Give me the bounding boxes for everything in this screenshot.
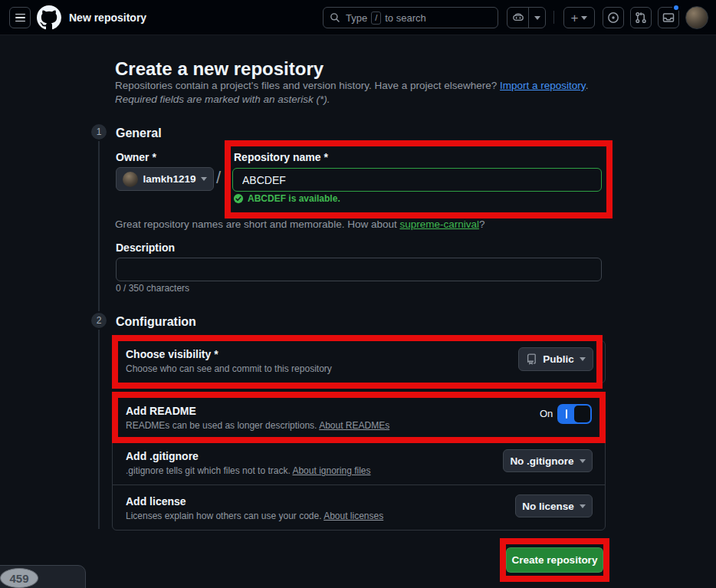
character-counter: 0 / 350 characters bbox=[116, 283, 189, 294]
gitignore-value: No .gitignore bbox=[510, 455, 573, 467]
toggle-knob bbox=[574, 406, 590, 422]
about-licenses-link[interactable]: About licenses bbox=[324, 511, 383, 521]
step-connector-line bbox=[98, 141, 100, 311]
chevron-down-icon bbox=[581, 16, 587, 20]
create-new-dropdown-button[interactable]: + bbox=[563, 7, 595, 28]
copilot-split-button bbox=[507, 7, 546, 28]
pull-requests-button[interactable] bbox=[630, 7, 652, 28]
suggested-name-link[interactable]: supreme-carnival bbox=[399, 218, 479, 230]
visibility-value: Public bbox=[543, 353, 574, 365]
chevron-down-icon bbox=[580, 357, 586, 361]
about-readmes-link[interactable]: About READMEs bbox=[319, 420, 389, 431]
about-ignoring-files-link[interactable]: About ignoring files bbox=[292, 465, 370, 476]
import-repository-link[interactable]: Import a repository bbox=[500, 80, 586, 91]
git-pull-request-icon bbox=[635, 11, 647, 24]
owner-label: Owner * bbox=[116, 151, 156, 163]
app-header: New repository Type / to search + bbox=[0, 0, 716, 35]
gitignore-label: Add .gitignore bbox=[126, 450, 199, 462]
search-placeholder-prefix: Type bbox=[346, 12, 367, 24]
availability-message: ABCDEF is available. bbox=[233, 193, 340, 204]
step-2-indicator: 2 bbox=[91, 313, 107, 328]
configuration-section-title: Configuration bbox=[116, 315, 196, 329]
row-divider bbox=[113, 485, 605, 485]
chevron-down-icon bbox=[580, 504, 586, 508]
readme-description: READMEs can be used as longer descriptio… bbox=[126, 420, 389, 431]
chevron-down-icon bbox=[580, 459, 586, 463]
readme-toggle-state: On bbox=[540, 408, 553, 419]
chevron-down-icon bbox=[534, 16, 540, 20]
issue-opened-icon bbox=[607, 11, 619, 24]
gitignore-description: .gitignore tells git which files not to … bbox=[126, 465, 371, 476]
owner-repo-separator: / bbox=[216, 168, 221, 188]
repo-icon bbox=[526, 353, 537, 365]
readme-toggle[interactable] bbox=[557, 404, 592, 424]
overlay-count-badge: 459 bbox=[0, 568, 38, 588]
visibility-description: Choose who can see and commit to this re… bbox=[126, 363, 332, 374]
slash-keycap: / bbox=[371, 11, 381, 25]
copilot-icon bbox=[512, 11, 524, 24]
step-1-indicator: 1 bbox=[91, 124, 107, 140]
github-logo[interactable] bbox=[37, 5, 61, 30]
visibility-label: Choose visibility * bbox=[126, 348, 218, 360]
license-label: Add license bbox=[126, 495, 186, 508]
inbox-icon bbox=[662, 11, 675, 24]
user-avatar[interactable] bbox=[685, 6, 708, 29]
owner-avatar bbox=[123, 172, 138, 187]
check-circle-icon bbox=[233, 193, 244, 204]
step-connector-line bbox=[98, 330, 100, 529]
create-repository-button[interactable]: Create repository bbox=[506, 547, 603, 573]
copilot-button[interactable] bbox=[507, 8, 528, 28]
required-fields-note: Required fields are marked with an aster… bbox=[115, 94, 330, 105]
intro-text: Repositories contain a project's files a… bbox=[115, 80, 500, 91]
description-input[interactable] bbox=[116, 258, 602, 281]
repository-name-label: Repository name * bbox=[234, 151, 328, 163]
owner-select-button[interactable]: lamkh1219 bbox=[116, 167, 214, 191]
gitignore-select-button[interactable]: No .gitignore bbox=[503, 449, 593, 472]
magnifier-icon bbox=[330, 12, 340, 23]
search-placeholder-suffix: to search bbox=[385, 12, 425, 24]
owner-name: lamkh1219 bbox=[143, 173, 195, 185]
hamburger-icon bbox=[15, 14, 25, 15]
repository-name-input[interactable] bbox=[232, 168, 602, 192]
copilot-dropdown-button[interactable] bbox=[529, 8, 545, 28]
license-select-button[interactable]: No license bbox=[515, 494, 593, 517]
toggle-on-mark bbox=[566, 409, 567, 419]
visibility-select-button[interactable]: Public bbox=[518, 347, 593, 371]
license-description: Licenses explain how others can use your… bbox=[126, 511, 383, 521]
page-title: Create a new repository bbox=[115, 58, 324, 80]
readme-label: Add README bbox=[126, 405, 196, 417]
description-label: Description bbox=[116, 241, 175, 254]
license-value: No license bbox=[522, 501, 574, 512]
general-section-title: General bbox=[116, 126, 162, 140]
issues-button[interactable] bbox=[603, 7, 624, 28]
chevron-down-icon bbox=[201, 177, 207, 181]
header-divider bbox=[553, 11, 554, 24]
search-input[interactable]: Type / to search bbox=[323, 7, 498, 28]
name-suggestion-hint: Great repository names are short and mem… bbox=[115, 218, 485, 230]
plus-icon: + bbox=[571, 11, 579, 25]
page-context-title: New repository bbox=[69, 11, 146, 24]
page-intro: Repositories contain a project's files a… bbox=[115, 80, 588, 91]
github-new-repository-page: New repository Type / to search + bbox=[0, 0, 716, 588]
unread-notification-dot bbox=[672, 4, 680, 11]
hamburger-menu-button[interactable] bbox=[9, 7, 31, 28]
